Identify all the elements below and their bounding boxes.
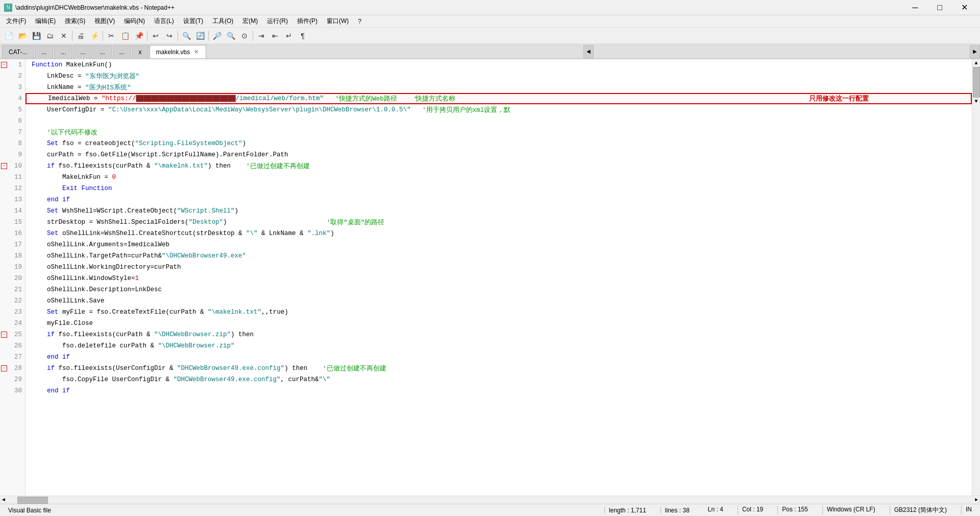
menu-item[interactable]: 编码(N) <box>120 16 149 27</box>
code-line-23: Set myFile = fso.CreateTextFile(curPath … <box>26 307 972 318</box>
toolbar-paste[interactable]: 📌 <box>132 29 145 42</box>
scroll-thumb[interactable] <box>973 67 980 98</box>
tab-5[interactable]: ... <box>113 45 131 58</box>
toolbar-save[interactable]: 💾 <box>30 29 43 42</box>
fold-marker-10[interactable]: − <box>1 163 7 169</box>
toolbar-unindent[interactable]: ⇤ <box>268 29 282 42</box>
line-number-25: −25 <box>0 329 25 340</box>
toolbar-zoom-restore[interactable]: ⊙ <box>238 29 251 42</box>
code-line-15: strDesktop = WshShell.SpecialFolders("De… <box>26 217 972 228</box>
toolbar-new[interactable]: 📄 <box>2 29 15 42</box>
toolbar-save-all[interactable]: 🗂 <box>43 29 57 42</box>
scroll-down-arrow[interactable]: ▼ <box>974 99 977 104</box>
menu-item[interactable]: 设置(T) <box>179 16 207 27</box>
maximize-button[interactable]: □ <box>928 0 951 15</box>
status-lines: lines : 38 <box>660 507 694 514</box>
toolbar-copy[interactable]: 📋 <box>118 29 132 42</box>
code-line-19: oShellLink.WorkingDirectory=curPath <box>26 262 972 273</box>
menu-bar: 文件(F)编辑(E)搜索(S)视图(V)编码(N)语言(L)设置(T)工具(O)… <box>0 15 980 28</box>
line-number-30: 30 <box>0 385 25 396</box>
toolbar-undo[interactable]: ↩ <box>149 29 162 42</box>
horizontal-scrollbar[interactable]: ◄ ► <box>0 496 980 504</box>
menu-item[interactable]: 插件(P) <box>293 16 322 27</box>
close-button[interactable]: ✕ <box>952 0 976 15</box>
line-number-24: 24 <box>0 318 25 329</box>
tab-4[interactable]: ... <box>93 45 112 58</box>
tab-3[interactable]: ... <box>74 45 92 58</box>
toolbar-cut[interactable]: ✂ <box>105 29 118 42</box>
line-number-6: 6 <box>0 115 25 127</box>
menu-item[interactable]: 文件(F) <box>2 16 30 27</box>
code-area[interactable]: Function MakeLnkFun() LnkDesc = "东华医为浏览器… <box>26 59 972 496</box>
line-number-9: 9 <box>0 149 25 160</box>
scroll-right-arrow[interactable]: ► <box>973 497 980 503</box>
scroll-up-arrow[interactable]: ▲ <box>974 60 977 66</box>
tab-close-btn[interactable]: ✕ <box>193 49 200 55</box>
menu-item[interactable]: 编辑(E) <box>31 16 60 27</box>
code-line-18: oShellLink.TargetPath=curPath&"\DHCWebBr… <box>26 250 972 262</box>
line-number-5: 5 <box>0 104 25 115</box>
menu-item[interactable]: 搜索(S) <box>61 16 89 27</box>
status-pos: Pos : 155 <box>777 506 812 514</box>
code-line-1: Function MakeLnkFun() <box>26 59 972 71</box>
toolbar-sep-2 <box>103 31 103 41</box>
fold-marker-25[interactable]: − <box>1 332 7 338</box>
code-line-28: if fso.fileexists(UserConfigDir & "DHCWe… <box>26 363 972 374</box>
menu-item[interactable]: 语言(L) <box>150 16 178 27</box>
vertical-scrollbar[interactable]: ▲ ▼ <box>972 59 980 496</box>
toolbar-indent[interactable]: ⇥ <box>255 29 268 42</box>
h-scroll-thumb[interactable] <box>17 497 48 504</box>
scroll-left-arrow[interactable]: ◄ <box>0 497 7 503</box>
code-line-27: end if <box>26 351 972 363</box>
toolbar-find[interactable]: 🔍 <box>180 29 193 42</box>
code-line-3: LnkName = "医为HIS系统" <box>26 82 972 93</box>
toolbar-replace[interactable]: 🔄 <box>193 29 207 42</box>
line-number-19: 19 <box>0 262 25 273</box>
line-number-1: −1 <box>0 59 25 71</box>
toolbar-close[interactable]: ✕ <box>57 29 70 42</box>
window-controls: ─ □ ✕ <box>903 0 976 15</box>
tab-2[interactable]: ... <box>54 45 72 58</box>
tab-6[interactable]: x <box>132 45 149 58</box>
menu-item[interactable]: 工具(O) <box>208 16 237 27</box>
toolbar-redo[interactable]: ↪ <box>163 29 176 42</box>
tab-0[interactable]: CAT-... <box>2 45 34 58</box>
line-number-12: 12 <box>0 183 25 194</box>
toolbar-wrap[interactable]: ↵ <box>282 29 296 42</box>
code-line-7: '以下代码不修改 <box>26 127 972 138</box>
toolbar-eol[interactable]: ¶ <box>296 29 309 42</box>
menu-item[interactable]: 宏(M) <box>238 16 262 27</box>
line-number-14: 14 <box>0 205 25 217</box>
toolbar-sep-1 <box>72 31 72 41</box>
line-number-29: 29 <box>0 374 25 385</box>
menu-item[interactable]: 运行(R) <box>263 16 292 27</box>
toolbar-print-now[interactable]: ⚡ <box>88 29 101 42</box>
code-line-6 <box>26 115 972 127</box>
minimize-button[interactable]: ─ <box>903 0 927 15</box>
line-number-20: 20 <box>0 273 25 284</box>
toolbar-sep-4 <box>178 31 178 41</box>
toolbar-zoom-out[interactable]: 🔍 <box>224 29 237 42</box>
toolbar-open[interactable]: 📂 <box>16 29 29 42</box>
menu-item[interactable]: 视图(V) <box>90 16 119 27</box>
menu-item[interactable]: 窗口(W) <box>323 16 353 27</box>
title-suffix: - Notepad++ <box>140 4 175 11</box>
toolbar-sep-5 <box>208 31 209 41</box>
line-number-28: −28 <box>0 363 25 374</box>
fold-marker-1[interactable]: − <box>1 62 7 68</box>
menu-item[interactable]: ? <box>354 17 365 26</box>
toolbar-zoom-in[interactable]: 🔎 <box>210 29 224 42</box>
tab-7[interactable]: makelnk.vbs✕ <box>150 45 207 58</box>
line-number-8: 8 <box>0 138 25 149</box>
tab-scroll-left[interactable]: ◄ <box>583 45 594 58</box>
line-number-23: 23 <box>0 307 25 318</box>
tab-1[interactable]: ... <box>35 45 53 58</box>
line-number-21: 21 <box>0 284 25 295</box>
toolbar-print[interactable]: 🖨 <box>74 29 87 42</box>
code-line-21: oShellLink.Description=LnkDesc <box>26 284 972 295</box>
tab-scroll-right[interactable]: ► <box>970 45 980 58</box>
fold-marker-28[interactable]: − <box>1 365 7 371</box>
line-number-7: 7 <box>0 127 25 138</box>
code-line-4: ImedicalWeb = "https://█████████████████… <box>26 93 972 104</box>
code-line-26: fso.deletefile curPath & "\DHCWebBrowser… <box>26 340 972 351</box>
